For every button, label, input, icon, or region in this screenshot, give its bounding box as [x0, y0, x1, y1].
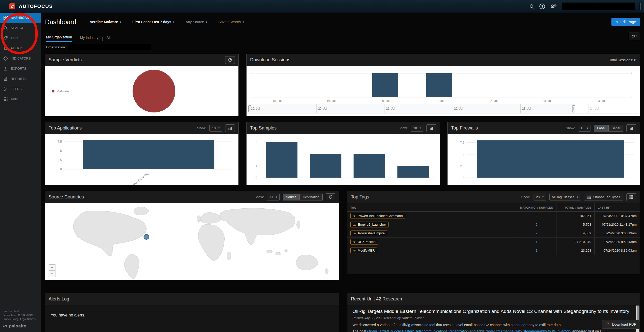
last-hit: 07/24/2020 8:36:03am: [594, 246, 640, 255]
top-firewalls-chart[interactable]: 02.557.5: [448, 134, 640, 185]
filter-saved-search[interactable]: Saved Search▾: [218, 20, 244, 24]
panel-unit42-research: Recent Unit 42 Research OilRig Targets M…: [347, 293, 640, 332]
show-count-select[interactable]: 10▾: [578, 125, 591, 132]
chart-type-button[interactable]: [626, 124, 636, 132]
article-link[interactable]: OilRig Targets Middle Eastern Telecommun…: [367, 329, 571, 332]
sidebar-item-label: SEARCH: [11, 26, 24, 30]
verdict-pie[interactable]: [133, 70, 175, 112]
svg-text:19. Jul: 19. Jul: [327, 99, 336, 103]
brush-handle-right[interactable]: [572, 105, 575, 112]
chart-type-button[interactable]: [426, 124, 436, 132]
toggle-destination-button[interactable]: Destination: [300, 194, 323, 200]
privacy-policy-link[interactable]: Privacy Policy: [3, 318, 18, 321]
filter-first-seen[interactable]: First Seen: Last 7 days▾: [132, 20, 174, 24]
show-count-select[interactable]: All▾: [267, 194, 280, 200]
sidebar-item-label: REPORTS: [11, 77, 26, 81]
pin-icon: [328, 195, 333, 199]
matching-samples-link[interactable]: 2: [536, 214, 537, 218]
show-count-select[interactable]: 10▾: [411, 125, 423, 132]
dashboard-settings-button[interactable]: ⚙⚙: [629, 33, 639, 40]
panel-title: Alerts Log: [49, 296, 69, 302]
show-label: Show:: [255, 195, 264, 199]
sidebar-item-exports[interactable]: EXPORTS: [0, 64, 41, 74]
brand-name: AUTOFOCUS: [19, 4, 53, 9]
article: OilRig Targets Middle Eastern Telecommun…: [347, 305, 640, 332]
matching-samples-link[interactable]: 1: [536, 240, 537, 244]
apps-grid-icon: [3, 97, 8, 102]
filter-verdict[interactable]: Verdict: Malware▾: [90, 20, 121, 24]
zoom-in-button[interactable]: +: [49, 264, 55, 271]
zoom-out-button[interactable]: −: [49, 271, 55, 277]
topbar: AUTOFOCUS ? ⚙⚙: [0, 0, 644, 13]
filter-source[interactable]: Any Source▾: [185, 20, 207, 24]
tab-all[interactable]: All: [107, 36, 111, 42]
sidebar-item-reports[interactable]: REPORTS: [0, 74, 41, 84]
sidebar-item-alerts[interactable]: ALERTS: [0, 43, 41, 53]
toggle-source-button[interactable]: Source: [283, 194, 300, 200]
chevron-down-icon: ▾: [173, 20, 175, 24]
sidebar-item-tags[interactable]: TAGS: [0, 33, 41, 43]
panel-title: Download Sessions: [250, 57, 290, 63]
server-time: Server Time: 11:39AM PDT: [3, 313, 37, 317]
sidebar-item-indicators[interactable]: INDICATORS: [0, 53, 41, 64]
tag-pill[interactable]: ☁Empire2_Launcher: [350, 222, 389, 227]
tag-class-icon: ☣: [353, 249, 356, 252]
panel-top-tags: Top Tags Show: 20▾ All Tag Classes▾ Choo…: [347, 191, 640, 274]
tag-pill[interactable]: ☣UPXPacked: [350, 239, 378, 245]
top-samples-chart[interactable]: 0123: [247, 134, 440, 185]
download-pdf-button[interactable]: Download PDF: [602, 320, 640, 329]
tab-my-organization[interactable]: My Organization: [46, 35, 72, 42]
bar-chart-icon: [3, 77, 8, 81]
article-title[interactable]: OilRig Targets Middle Eastern Telecommun…: [352, 309, 633, 314]
tag-pill[interactable]: ☁PowershellEmpire: [350, 230, 387, 236]
download-sessions-chart[interactable]: 0218. Jul19. Jul20. Jul21. Jul22. Jul23.…: [247, 66, 640, 104]
show-count-select[interactable]: 20▾: [534, 194, 546, 200]
show-count-select[interactable]: 10▾: [209, 125, 222, 132]
matching-samples-link[interactable]: 1: [536, 249, 537, 252]
sidebar-item-dashboard[interactable]: DASHBOARD: [0, 13, 41, 23]
legend-dot: [52, 90, 54, 93]
toggle-label-button[interactable]: Label: [594, 125, 609, 132]
svg-text:20. Jul: 20. Jul: [381, 99, 390, 103]
autofocus-app: AUTOFOCUS ? ⚙⚙ DASHBOARD SEARCH TAGS: [0, 0, 644, 332]
sidebar-item-label: INDICATORS: [11, 57, 31, 60]
map-marker-us[interactable]: [144, 234, 149, 239]
sidebar-item-search[interactable]: SEARCH: [0, 23, 41, 33]
legend-item-malware[interactable]: Malware: [52, 89, 69, 93]
map-zoom-controls: + −: [49, 264, 55, 277]
matching-samples-link[interactable]: 2: [536, 223, 537, 226]
tag-pill[interactable]: ☣ModifyMBR: [350, 248, 377, 253]
map-pin-button[interactable]: [326, 193, 335, 201]
top-applications-chart[interactable]: 02.557.5Web Browsing: [45, 134, 238, 185]
pie-chart-toggle-button[interactable]: [225, 56, 235, 64]
help-icon[interactable]: ?: [539, 4, 545, 9]
world-map[interactable]: [45, 203, 339, 280]
table-row: ☁Empire2_Launcher 2 5,703 07/21/2020 11:…: [347, 220, 640, 229]
matching-samples-link[interactable]: 2: [536, 231, 537, 235]
last-hit: 07/24/2020 3:00:19am: [594, 229, 640, 238]
total-samples: 107,361: [556, 212, 594, 220]
search-icon[interactable]: [529, 4, 534, 9]
settings-gears-icon[interactable]: ⚙⚙: [550, 4, 557, 9]
tag-pill[interactable]: ☣PowerShellEncodedCommand: [350, 213, 405, 219]
tab-my-industry[interactable]: My Industry: [80, 36, 98, 42]
give-feedback-link[interactable]: Give Feedback: [3, 309, 36, 313]
sidebar-item-feeds[interactable]: FEEDS: [0, 84, 41, 94]
legal-notices-link[interactable]: Legal Notices: [20, 318, 36, 321]
choose-tag-types-button[interactable]: Choose Tag Types: [584, 194, 623, 200]
panel-top-samples: Top Samples Show: 10▾ 0123: [246, 122, 440, 185]
sidebar-item-label: EXPORTS: [11, 67, 26, 70]
toggle-serial-button[interactable]: Serial: [609, 125, 623, 132]
tag-grid-view-button[interactable]: [626, 193, 636, 201]
panel-title: Top Applications: [49, 125, 82, 131]
brush-handle-left[interactable]: [248, 105, 251, 112]
edit-page-button[interactable]: ✎Edit Page: [611, 18, 640, 26]
topbar-right: ? ⚙⚙: [529, 3, 640, 10]
bar-chart-icon: [629, 126, 634, 130]
sidebar-item-apps[interactable]: APPS: [0, 94, 41, 104]
chart-type-button[interactable]: [225, 124, 235, 132]
date-range-brush[interactable]: 19. Jul 20. Jul 21. Jul 22. Jul 23. Jul …: [248, 104, 638, 113]
pdf-icon: [606, 322, 610, 327]
cursor-line: [640, 3, 640, 10]
tag-class-select[interactable]: All Tag Classes▾: [549, 194, 581, 200]
